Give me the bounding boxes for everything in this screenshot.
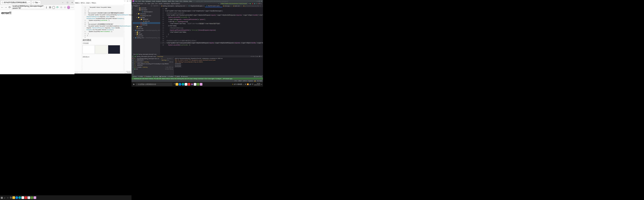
thumbnail[interactable] <box>108 45 120 54</box>
prev-icon[interactable]: ‹ <box>76 72 76 73</box>
event-log[interactable]: ▤Event Log <box>254 76 262 77</box>
gear-icon[interactable]: ⚙ <box>156 5 158 7</box>
tree-item[interactable]: ▾📁resources <box>133 13 160 15</box>
locate-icon[interactable]: ⊙ <box>151 5 152 7</box>
tool-profiler[interactable]: ◴Profiler <box>168 76 173 77</box>
profile-icon[interactable] <box>67 6 70 9</box>
volume-icon[interactable]: 🔊 <box>250 84 251 85</box>
bc-item[interactable]: Spring_interceptor <box>132 3 144 4</box>
tree-item[interactable]: ◆pom.xml <box>133 28 160 29</box>
menu-item[interactable]: Edit <box>138 0 141 2</box>
file-explorer-icon[interactable] <box>176 83 178 86</box>
close-icon[interactable]: × <box>29 2 30 3</box>
hide-icon[interactable]: ─ <box>158 5 159 7</box>
minimize-button[interactable]: ─ <box>60 1 65 4</box>
tree-item[interactable]: ⒸMyInterceptor1 <box>133 11 160 13</box>
tool-terminal[interactable]: ▣Terminal <box>160 76 166 77</box>
chevron-up-icon[interactable]: ︿ <box>243 83 244 86</box>
expand-icon[interactable]: ⊞ <box>154 5 156 7</box>
app-icon[interactable] <box>30 196 33 199</box>
theme-label[interactable]: Arc Dark <box>257 80 262 82</box>
close-icon[interactable]: × <box>38 2 40 3</box>
menu-item[interactable]: Refactor <box>162 0 167 2</box>
bc-item[interactable]: taotao <box>159 3 162 4</box>
structure-stripe[interactable]: Structure <box>132 10 133 15</box>
editor-tab[interactable]: ⒸTargetcontroller.java× <box>188 5 205 7</box>
debug-button[interactable]: 🐞 <box>252 3 254 4</box>
thumbnail[interactable] <box>95 45 107 54</box>
maximize-button[interactable]: ☐ <box>258 0 260 2</box>
tree-item[interactable]: ▸📁target <box>133 26 160 28</box>
tree-body[interactable]: ▾■controller▾■interceptorⒸMyInterceptor1… <box>133 7 160 53</box>
app-icon[interactable] <box>34 196 36 199</box>
collapse-icon[interactable]: ≡ <box>153 5 154 7</box>
back-button[interactable]: ← <box>1 6 4 9</box>
windows-start-button[interactable]: ⊞ <box>0 196 3 199</box>
taskview-icon[interactable]: ⧉ <box>174 83 175 86</box>
hide-icon[interactable]: ─ <box>261 56 262 57</box>
tool-todo[interactable]: ≡TODO <box>138 76 143 77</box>
browser-icon[interactable] <box>16 196 18 199</box>
view-icon[interactable]: ⊞ <box>48 6 52 9</box>
browser-tab-1[interactable]: 黑马程序员最全SSM框架教程|... × <box>1 0 31 5</box>
taskview-icon[interactable]: ⧉ <box>10 196 12 199</box>
menu-item[interactable]: File <box>135 0 137 2</box>
favorite-icon[interactable]: ☆ <box>64 6 66 9</box>
stop-button[interactable]: ■ <box>258 3 258 4</box>
maximize-button[interactable]: ☐ <box>65 1 70 4</box>
app-icon[interactable]: T <box>28 196 30 199</box>
lock-icon[interactable]: 🔒 <box>254 80 256 82</box>
menu-item[interactable]: View <box>142 0 144 2</box>
bc-item[interactable]: com <box>155 3 158 4</box>
coverage-icon[interactable]: ◉ <box>254 3 255 4</box>
refresh-icon[interactable]: ⟳ <box>56 6 59 9</box>
wrap-icon[interactable]: ↩ <box>132 67 133 68</box>
stop-all-icon[interactable]: ⊘ <box>132 60 133 61</box>
gear-icon[interactable]: ⚙ <box>259 56 260 57</box>
run-name[interactable]: Spring_interceptor [tomcat7:run]: <box>136 56 156 57</box>
cortana-icon[interactable]: ○ <box>173 83 174 86</box>
app-icon[interactable] <box>22 196 24 199</box>
menu-item[interactable]: 主题(T) <box>86 2 90 4</box>
run-button[interactable]: ▶ <box>250 3 251 4</box>
bc-item[interactable]: src <box>144 3 146 4</box>
weather-widget[interactable]: ☀ 28°C 晴转阴 <box>232 83 242 86</box>
menu-item[interactable]: Help <box>189 0 192 2</box>
editor-tab[interactable]: ⒸMyInterceptor1.java× <box>205 5 222 7</box>
browser-tab-2[interactable]: Title × <box>31 0 40 5</box>
extension-icon[interactable]: ◯ <box>52 6 55 9</box>
menu-item[interactable]: 帮助(H) <box>92 2 96 4</box>
search-icon[interactable]: ⌕ <box>261 3 262 4</box>
profile-icon[interactable]: ◴ <box>256 3 257 4</box>
editor-tab[interactable]: ◆generated-requests.http× <box>242 5 262 7</box>
menu-item[interactable]: Navigate <box>146 0 151 2</box>
app-icon[interactable] <box>200 83 202 86</box>
bc-item[interactable]: interceptor <box>164 3 170 4</box>
word-document[interactable]: 26 "kw-public">return "kw-public">false;… <box>74 4 132 71</box>
bc-item[interactable]: main <box>148 3 150 4</box>
editor-tab[interactable]: ◆web.xml× <box>232 5 242 7</box>
tree-item[interactable]: ▸▣spring_mvc C:\idea\Spring\spring_mvc <box>133 37 160 39</box>
rerun-button[interactable]: ⟳ <box>132 56 133 57</box>
windows-start-button[interactable]: ⊞ <box>132 83 136 86</box>
cursor-pos[interactable]: 27:1 <box>234 80 237 82</box>
dropdown-icon[interactable]: ▾ <box>139 5 140 7</box>
menu-item[interactable]: Window <box>183 0 188 2</box>
menu-icon[interactable]: ⋯ <box>71 6 74 9</box>
menu-item[interactable]: Tools <box>176 0 178 2</box>
thumbnail[interactable] <box>82 45 94 54</box>
run-console[interactable]: [INFO] FrameworkServlet 'DispatcherServl… <box>174 57 263 75</box>
menu-item[interactable]: 插件(X) <box>81 2 85 4</box>
download-icon[interactable]: ⤓ <box>45 6 48 9</box>
star-icon[interactable]: ☆ <box>60 6 63 9</box>
editor-tab[interactable]: ◆error.jsp× <box>222 5 232 7</box>
maximize-button[interactable]: ☐ <box>126 0 129 2</box>
tree-item[interactable]: ◆spring-mvc.xml <box>133 15 160 16</box>
menu-item[interactable]: Code <box>152 0 155 2</box>
close-button[interactable]: ✕ <box>70 1 74 4</box>
reload-button[interactable]: ⟳ <box>8 6 11 9</box>
forward-button[interactable]: → <box>4 6 8 9</box>
menu-item[interactable]: Run <box>172 0 174 2</box>
run-tree-row[interactable]: ▾ ⚠Using platform encoding (UTF-8 actual… <box>134 63 174 66</box>
run-tree-row[interactable]: ▾ ⚠org.example:Spring_interceptor:war:1.… <box>134 58 174 61</box>
